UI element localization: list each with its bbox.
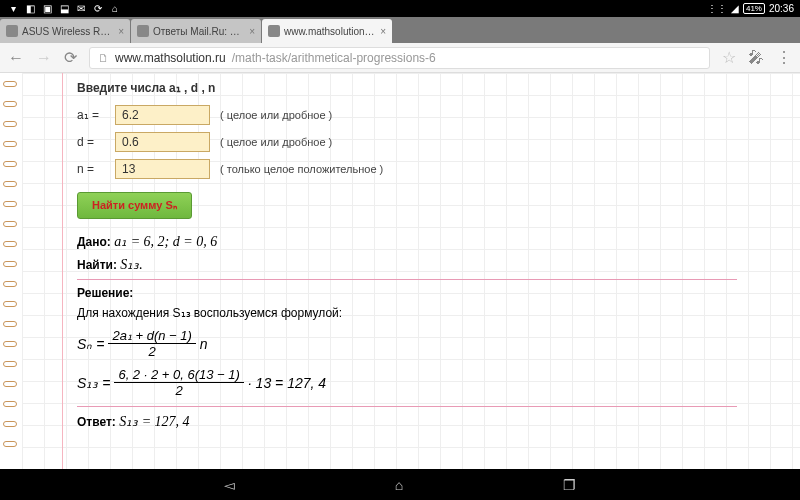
status-icon: ⬓ xyxy=(57,2,71,16)
status-icon: ▾ xyxy=(6,2,20,16)
status-icon: ◧ xyxy=(23,2,37,16)
back-softkey[interactable]: ◅ xyxy=(224,477,235,493)
favicon xyxy=(268,25,280,37)
status-icon: ⌂ xyxy=(108,2,122,16)
close-icon[interactable]: × xyxy=(118,26,124,37)
divider xyxy=(77,279,737,280)
answer-label: Ответ: xyxy=(77,415,116,429)
browser-toolbar: ← → ⟳ 🗋 www.mathsolution.ru/math-task/ar… xyxy=(0,43,800,73)
d-input[interactable] xyxy=(115,132,210,152)
back-button[interactable]: ← xyxy=(8,49,24,67)
browser-tabs: ASUS Wireless Route× Ответы Mail.Ru: Дан… xyxy=(0,17,800,43)
status-icon: ⟳ xyxy=(91,2,105,16)
close-icon[interactable]: × xyxy=(380,26,386,37)
url-domain: www.mathsolution.ru xyxy=(115,51,226,65)
n-label: n = xyxy=(77,162,115,176)
given-value: a₁ = 6, 2; d = 0, 6 xyxy=(114,234,217,249)
given-label: Дано: xyxy=(77,235,111,249)
page-content: Введите числа a₁ , d , n a₁ = ( целое ил… xyxy=(0,73,800,469)
divider xyxy=(77,406,737,407)
form-heading: Введите числа a₁ , d , n xyxy=(77,81,800,95)
answer-value: S₁₃ = 127, 4 xyxy=(119,414,189,429)
reload-button[interactable]: ⟳ xyxy=(64,48,77,67)
formula-den: 2 xyxy=(172,383,187,398)
home-softkey[interactable]: ⌂ xyxy=(395,477,403,493)
a1-label: a₁ = xyxy=(77,108,115,122)
favicon xyxy=(6,25,18,37)
url-path: /math-task/arithmetical-progressions-6 xyxy=(232,51,436,65)
solution-explain: Для нахождения S₁₃ воспользуемся формуло… xyxy=(77,306,800,320)
find-sum-button[interactable]: Найти сумму Sₙ xyxy=(77,192,192,219)
tab-mailru[interactable]: Ответы Mail.Ru: Дан× xyxy=(131,19,261,43)
formula-instance: S₁₃ = 6, 2 · 2 + 0, 6(13 − 1)2 · 13 = 12… xyxy=(77,367,800,398)
forward-button[interactable]: → xyxy=(36,49,52,67)
formula-lhs: S₁₃ = xyxy=(77,375,110,391)
a1-input[interactable] xyxy=(115,105,210,125)
n-input[interactable] xyxy=(115,159,210,179)
tab-label: Ответы Mail.Ru: Дан xyxy=(153,26,245,37)
tab-mathsolution[interactable]: www.mathsolution.ru× xyxy=(262,19,392,43)
d-hint: ( целое или дробное ) xyxy=(220,136,332,148)
notebook-spiral xyxy=(0,73,22,469)
formula-general: Sₙ = 2a₁ + d(n − 1)2 n xyxy=(77,328,800,359)
bookmark-icon[interactable]: ☆ xyxy=(722,48,736,67)
a1-hint: ( целое или дробное ) xyxy=(220,109,332,121)
tab-asus[interactable]: ASUS Wireless Route× xyxy=(0,19,130,43)
address-bar[interactable]: 🗋 www.mathsolution.ru/math-task/arithmet… xyxy=(89,47,710,69)
clock: 20:36 xyxy=(769,3,794,14)
status-icon: ✉ xyxy=(74,2,88,16)
formula-num: 6, 2 · 2 + 0, 6(13 − 1) xyxy=(114,367,243,382)
favicon xyxy=(137,25,149,37)
formula-num: 2a₁ + d(n − 1) xyxy=(108,328,195,343)
android-nav-bar: ◅ ⌂ ❐ xyxy=(0,469,800,500)
tab-label: www.mathsolution.ru xyxy=(284,26,376,37)
find-label: Найти: xyxy=(77,258,117,272)
site-icon: 🗋 xyxy=(98,52,109,64)
wifi-icon: ⋮⋮ xyxy=(707,3,727,14)
battery-indicator: 41% xyxy=(743,3,765,14)
recent-softkey[interactable]: ❐ xyxy=(563,477,576,493)
d-label: d = xyxy=(77,135,115,149)
formula-lhs: Sₙ = xyxy=(77,336,104,352)
find-value: S₁₃. xyxy=(120,257,143,272)
android-status-bar: ▾ ◧ ▣ ⬓ ✉ ⟳ ⌂ ⋮⋮ ◢ 41% 20:36 xyxy=(0,0,800,17)
status-icon: ▣ xyxy=(40,2,54,16)
mic-icon[interactable]: 🎤︎ xyxy=(748,49,764,67)
formula-den: 2 xyxy=(145,344,160,359)
close-icon[interactable]: × xyxy=(249,26,255,37)
signal-icon: ◢ xyxy=(731,3,739,14)
notebook-paper: Введите числа a₁ , d , n a₁ = ( целое ил… xyxy=(22,73,800,469)
formula-tail: · 13 = 127, 4 xyxy=(248,375,326,391)
solution-label: Решение: xyxy=(77,286,800,300)
n-hint: ( только целое положительное ) xyxy=(220,163,383,175)
tab-label: ASUS Wireless Route xyxy=(22,26,114,37)
formula-tail: n xyxy=(200,336,208,352)
menu-icon[interactable]: ⋮ xyxy=(776,48,792,67)
